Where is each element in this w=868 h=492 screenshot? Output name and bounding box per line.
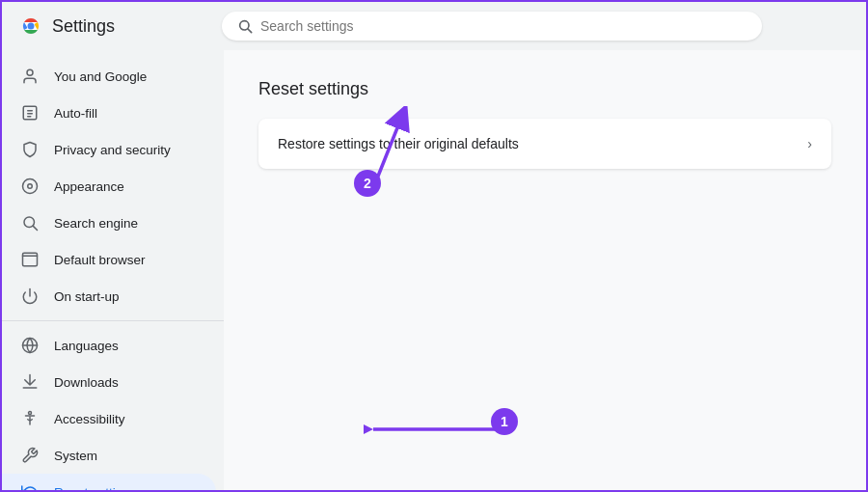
sidebar-label-system: System [54,449,97,463]
browser-icon [21,251,39,268]
sidebar-item-languages[interactable]: Languages [2,327,216,364]
globe-icon [21,337,39,354]
sidebar-label-languages: Languages [54,339,119,353]
svg-point-2 [28,23,35,30]
sidebar-item-search-engine[interactable]: Search engine [2,205,216,241]
power-icon [21,287,39,305]
app-title-area: Settings [17,13,210,40]
sidebar-item-system[interactable]: System [2,437,216,474]
sidebar-item-appearance[interactable]: Appearance [2,168,216,205]
sidebar-item-privacy-and-security[interactable]: Privacy and security [2,131,216,168]
app-title: Settings [52,16,115,37]
content-area: Reset settings Restore settings to their… [224,50,866,490]
svg-rect-11 [23,253,38,266]
main-content: You and Google Auto-fill Privacy and sec… [2,50,866,490]
svg-point-15 [29,412,32,415]
sidebar-label-on-startup: On start-up [54,289,120,304]
svg-line-4 [248,29,252,33]
sidebar-label-default-browser: Default browser [54,253,146,267]
chrome-logo-icon [17,13,44,40]
wrench-icon [21,447,39,464]
svg-point-7 [23,179,38,194]
sidebar-item-reset-settings[interactable]: Reset settings [2,474,216,490]
sidebar-item-accessibility[interactable]: Accessibility [2,400,216,437]
sidebar-item-on-startup[interactable]: On start-up [2,278,216,314]
sidebar-item-auto-fill[interactable]: Auto-fill [2,95,216,131]
sidebar-label-appearance: Appearance [54,179,124,194]
annotation-badge-2: 2 [354,170,381,197]
sidebar-label-reset-settings: Reset settings [54,485,137,491]
sidebar-item-downloads[interactable]: Downloads [2,364,216,400]
sidebar-label-search-engine: Search engine [54,216,138,231]
chevron-right-icon: › [807,136,812,151]
person-icon [21,68,39,85]
svg-line-10 [33,226,37,230]
sidebar-label-downloads: Downloads [54,375,119,390]
top-bar: Settings [2,2,866,50]
download-icon [21,373,39,391]
search-engine-icon [21,214,39,232]
svg-point-8 [28,184,33,189]
search-icon [237,18,253,34]
sidebar-label-accessibility: Accessibility [54,412,125,426]
svg-point-5 [27,69,33,75]
app-container: Settings You and Google Auto-fi [2,2,866,490]
annotation-1-group: 1 [364,415,518,448]
sidebar-label-auto-fill: Auto-fill [54,106,97,121]
search-input[interactable] [260,18,746,34]
accessibility-icon [21,410,39,427]
annotation-badge-1: 1 [491,408,518,435]
sidebar-label-privacy-and-security: Privacy and security [54,143,171,157]
autofill-icon [21,104,39,122]
sidebar-label-you-and-google: You and Google [54,69,147,84]
sidebar-divider [2,320,224,321]
reset-icon [21,483,39,490]
search-bar[interactable] [222,12,762,41]
palette-icon [21,178,39,195]
sidebar: You and Google Auto-fill Privacy and sec… [2,50,224,490]
shield-icon [21,141,39,158]
annotation-2-group: 2 [320,106,436,197]
sidebar-item-you-and-google[interactable]: You and Google [2,58,216,95]
sidebar-item-default-browser[interactable]: Default browser [2,241,216,278]
section-title: Reset settings [258,79,831,99]
